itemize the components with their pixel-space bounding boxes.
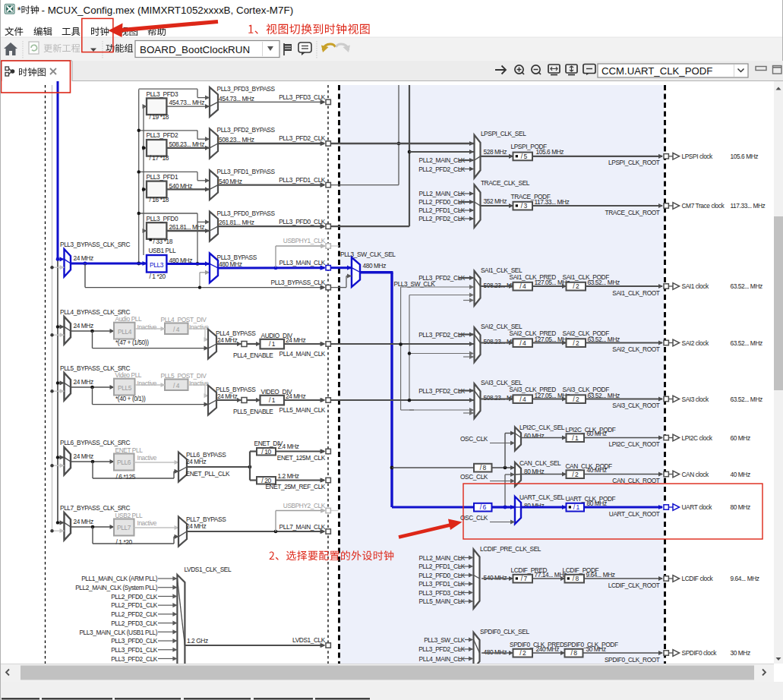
svg-text:/ 6 *125: / 6 *125 <box>116 473 136 481</box>
svg-text:PLL3: PLL3 <box>150 261 164 269</box>
svg-text:CCM.UART_CLK_PODF: CCM.UART_CLK_PODF <box>601 65 712 77</box>
svg-text:PLL3_PFD2_CLK: PLL3_PFD2_CLK <box>279 134 326 142</box>
svg-text:PLL5_POST_DIV: PLL5_POST_DIV <box>161 372 207 380</box>
svg-text:/ 4: / 4 <box>519 339 526 347</box>
svg-text:/ 1: / 1 <box>573 503 580 511</box>
svg-text:30 MHz: 30 MHz <box>586 645 606 653</box>
svg-text:/ 7: / 7 <box>521 575 528 582</box>
svg-text:PLL2_PFD2_CLK: PLL2_PFD2_CLK <box>418 166 466 173</box>
svg-text:PLL7_BYPASS_CLK_SRC: PLL7_BYPASS_CLK_SRC <box>60 504 130 512</box>
svg-text:24 MHz: 24 MHz <box>74 452 93 460</box>
svg-text:/ 4: / 4 <box>519 396 526 403</box>
svg-text:60 MHz: 60 MHz <box>731 434 750 442</box>
svg-text:24 MHz: 24 MHz <box>217 393 237 400</box>
svg-text:TRACE_CLK_ROOT: TRACE_CLK_ROOT <box>605 209 659 216</box>
svg-text:40 MHz: 40 MHz <box>587 466 607 474</box>
svg-text:LCDIF_PRE_CLK_SEL: LCDIF_PRE_CLK_SEL <box>480 545 541 553</box>
svg-text:/ 2: / 2 <box>573 282 579 290</box>
svg-text:CM7 Trace clock: CM7 Trace clock <box>682 202 725 210</box>
svg-text:PLL3_PFD1_CLK: PLL3_PFD1_CLK <box>111 646 158 654</box>
svg-text:Inactive: Inactive <box>137 454 157 462</box>
svg-text:PLL3_PFD2: PLL3_PFD2 <box>147 131 178 139</box>
svg-text:/ 2: / 2 <box>573 339 579 347</box>
svg-text:SAI1_CLK_ROOT: SAI1_CLK_ROOT <box>612 289 660 297</box>
svg-text:240 MHz: 240 MHz <box>536 645 560 653</box>
svg-text:SPDIF0 clock: SPDIF0 clock <box>682 649 718 657</box>
svg-text:PLL3_PFD2_BYPASS: PLL3_PFD2_BYPASS <box>217 126 276 134</box>
svg-text:24 MHz: 24 MHz <box>74 322 93 330</box>
svg-text:540 MHz: 540 MHz <box>484 574 507 582</box>
svg-text:PLL3_PFD2_CLK: PLL3_PFD2_CLK <box>418 274 466 282</box>
svg-text:LPSPI_CLK_SEL: LPSPI_CLK_SEL <box>481 130 526 137</box>
svg-text:1.2 MHz: 1.2 MHz <box>278 472 299 480</box>
svg-text:PLL3_PFD2_CLK: PLL3_PFD2_CLK <box>418 645 466 653</box>
svg-text:PLL2_PFD1_CLK: PLL2_PFD1_CLK <box>111 601 158 609</box>
svg-text:Inactive: Inactive <box>137 519 157 527</box>
svg-text:PLL5_MAIN_CLK: PLL5_MAIN_CLK <box>419 598 466 605</box>
svg-text:508.23... MHz: 508.23... MHz <box>219 136 254 143</box>
svg-text:- MCUX_Config.mex (MIMXRT1052x: - MCUX_Config.mex (MIMXRT1052xxxxB, Cort… <box>42 5 294 16</box>
svg-text:SPDIF0_CLK_SEL: SPDIF0_CLK_SEL <box>480 628 529 635</box>
svg-text:105.6 MHz: 105.6 MHz <box>536 148 564 156</box>
svg-text:/ 19 *18: / 19 *18 <box>150 113 169 121</box>
svg-text:40 MHz: 40 MHz <box>731 471 750 478</box>
svg-text:261.81... MHz: 261.81... MHz <box>169 223 205 231</box>
svg-text:PLL6_BYPASS_CLK_SRC: PLL6_BYPASS_CLK_SRC <box>60 439 130 446</box>
svg-text:PLL7: PLL7 <box>117 524 131 531</box>
svg-text:PLL3_SW_CLK: PLL3_SW_CLK <box>424 636 466 644</box>
svg-text:PLL3_PFD1_CLK: PLL3_PFD1_CLK <box>418 580 466 588</box>
svg-text:PLL3_PFD3: PLL3_PFD3 <box>147 90 178 98</box>
svg-text:PLL5_ENABLE: PLL5_ENABLE <box>233 408 273 415</box>
svg-text:540 MHz: 540 MHz <box>169 182 193 190</box>
svg-text:ENET PLL: ENET PLL <box>115 446 144 454</box>
svg-text:540 MHz: 540 MHz <box>219 178 242 185</box>
svg-text:SAI2 clock: SAI2 clock <box>682 339 709 347</box>
svg-text:24 MHz: 24 MHz <box>74 254 93 262</box>
svg-text:PLL3_PFD2_CLK: PLL3_PFD2_CLK <box>111 655 158 663</box>
svg-text:UART_CLK_ROOT: UART_CLK_ROOT <box>609 510 660 518</box>
svg-text:63.52... MHz: 63.52... MHz <box>731 339 763 347</box>
svg-text:/ 1 *20: / 1 *20 <box>116 538 133 546</box>
svg-text:USBPHY1_CLK: USBPHY1_CLK <box>283 237 326 244</box>
svg-text:/ 10: / 10 <box>261 448 271 456</box>
svg-text:PLL5: PLL5 <box>118 384 132 392</box>
svg-text:63.52... MHz: 63.52... MHz <box>731 396 763 403</box>
svg-text:63.52... MHz: 63.52... MHz <box>588 392 620 399</box>
svg-text:PLL3_PFD3_CLK: PLL3_PFD3_CLK <box>418 589 466 597</box>
svg-text:24 MHz: 24 MHz <box>74 518 93 525</box>
svg-text:LPI2C clock: LPI2C clock <box>682 434 713 442</box>
svg-text:TRACE_CLK_SEL: TRACE_CLK_SEL <box>481 179 530 187</box>
svg-text:PLL3_PFD0_CLK: PLL3_PFD0_CLK <box>111 637 158 645</box>
svg-text:BOARD_BootClockRUN: BOARD_BootClockRUN <box>140 44 250 55</box>
svg-text:*(47 + (1/50)): *(47 + (1/50)) <box>115 339 149 346</box>
svg-text:PLL2_PFD0_CLK: PLL2_PFD0_CLK <box>111 593 158 601</box>
svg-text:24 MHz: 24 MHz <box>217 336 237 344</box>
svg-text:/ 5: / 5 <box>521 153 528 160</box>
svg-text:LPI2C_CLK_ROOT: LPI2C_CLK_ROOT <box>609 440 660 448</box>
svg-text:63.52... MHz: 63.52... MHz <box>588 279 620 286</box>
svg-text:PLL2_PFD0_CLK: PLL2_PFD0_CLK <box>418 198 466 206</box>
svg-text:/ 16 *18: / 16 *18 <box>150 196 169 203</box>
svg-text:/ 4: / 4 <box>173 382 180 389</box>
svg-text:/ 1: / 1 <box>269 340 276 348</box>
svg-text:PLL3_PFD1_BYPASS: PLL3_PFD1_BYPASS <box>217 168 276 175</box>
svg-text:/ 1 *20: / 1 *20 <box>150 273 166 280</box>
svg-text:LPSPI_CLK_ROOT: LPSPI_CLK_ROOT <box>608 159 660 166</box>
svg-text:USBPHY2_CLK: USBPHY2_CLK <box>283 502 326 509</box>
svg-text:ENET_125M_CLK: ENET_125M_CLK <box>277 454 326 462</box>
svg-text:PLL3_BYPASS_CLK_SRC: PLL3_BYPASS_CLK_SRC <box>60 241 130 248</box>
svg-text:PLL2_PFD1_CLK: PLL2_PFD1_CLK <box>418 563 466 570</box>
svg-text:/ 4: / 4 <box>519 282 526 290</box>
svg-text:OSC_CLK: OSC_CLK <box>460 514 488 522</box>
svg-text:Inactive: Inactive <box>189 380 209 387</box>
svg-text:/ 4: / 4 <box>173 326 180 333</box>
svg-text:528 MHz: 528 MHz <box>484 148 507 156</box>
svg-text:PLL2_MAIN_CLK: PLL2_MAIN_CLK <box>419 156 466 164</box>
svg-text:24 MHz: 24 MHz <box>74 378 93 386</box>
svg-text:/ 3: / 3 <box>521 202 528 210</box>
svg-text:PLL2_PFD2_CLK: PLL2_PFD2_CLK <box>418 215 466 222</box>
svg-text:Inactive: Inactive <box>137 380 157 387</box>
svg-text:*(40 + (0/1)): *(40 + (0/1)) <box>115 395 146 402</box>
svg-text:PLL2_PFD2_CLK: PLL2_PFD2_CLK <box>111 610 158 618</box>
svg-text:2.4 MHz: 2.4 MHz <box>278 443 299 450</box>
